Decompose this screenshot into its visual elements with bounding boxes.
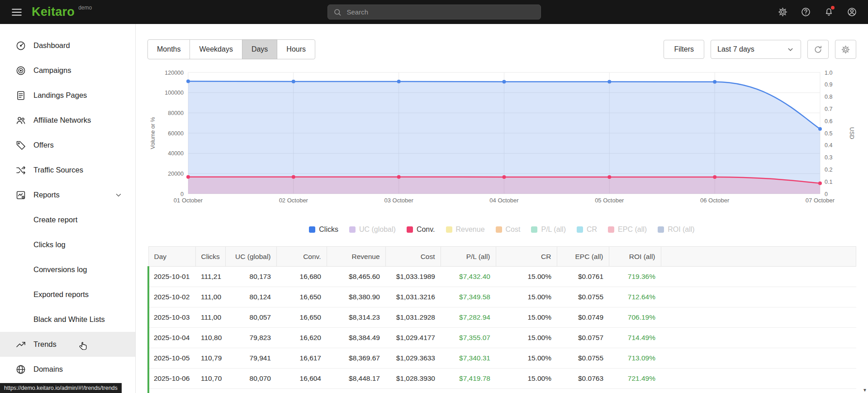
cell-conv: 16,604 (276, 369, 327, 389)
cell-revenue: $8,369.67 (327, 348, 385, 369)
cell-roi-all: 712.64% (609, 287, 661, 307)
column-header-conv[interactable]: Conv. (276, 247, 327, 267)
cell-p-l-all: $7,282.94 (441, 307, 496, 328)
hamburger-menu-icon[interactable] (11, 6, 23, 18)
cell-conv: 16,650 (276, 287, 327, 307)
column-header-cost[interactable]: Cost (385, 247, 441, 267)
legend-label: CR (587, 225, 597, 234)
table-row: 2025-10-01111,2180,17316,680$8,465.60$1,… (148, 267, 856, 287)
cell-roi-all: 721.49% (609, 369, 661, 389)
sidebar-item-dashboard[interactable]: Dashboard (0, 33, 135, 58)
cell-clicks: 110,80 (195, 328, 225, 348)
sidebar-item-domains[interactable]: Domains (0, 357, 135, 382)
sidebar-item-label: Clicks log (33, 240, 66, 249)
column-header-roi-all[interactable]: ROI (all) (609, 247, 661, 267)
sidebar-item-landings-pages[interactable]: Landings Pages (0, 83, 135, 108)
trends-chart[interactable]: 02000040000600008000010000012000001 Octo… (147, 66, 856, 205)
sidebar-item-label: Domains (33, 365, 63, 374)
cell-conv: 16,650 (276, 307, 327, 328)
legend-item-uc-global[interactable]: UC (global) (349, 225, 396, 234)
chevron-down-icon (787, 46, 794, 53)
sidebar-item-create-report[interactable]: Create report (0, 207, 135, 232)
column-header-day[interactable]: Day (148, 247, 195, 267)
column-header-uc-global[interactable]: UC (global) (225, 247, 276, 267)
keitaro-logo[interactable]: Keitaro (32, 6, 75, 18)
legend-swatch (349, 226, 356, 233)
sidebar-item-trends[interactable]: Trends (0, 332, 135, 357)
refresh-button[interactable] (807, 40, 829, 59)
column-header-epc-all[interactable]: EPC (all) (557, 247, 609, 267)
cell-uc-global: 79,823 (225, 328, 276, 348)
chart-settings-button[interactable] (835, 40, 856, 59)
column-header-cr[interactable]: CR (496, 247, 557, 267)
legend-swatch (577, 226, 583, 233)
legend-item-conv[interactable]: Conv. (407, 225, 435, 234)
sidebar-item-affiliate-networks[interactable]: Affiliate Networks (0, 108, 135, 133)
sidebar-item-traffic-sources[interactable]: Traffic Sources (0, 158, 135, 182)
notification-dot (831, 6, 835, 10)
legend-item-p-l-all[interactable]: P/L (all) (531, 225, 566, 234)
column-header-p-l-all[interactable]: P/L (all) (441, 247, 496, 267)
cell-cost: $1,033.1989 (385, 267, 441, 287)
filters-button[interactable]: Filters (664, 40, 704, 59)
legend-item-epc-all[interactable]: EPC (all) (608, 225, 647, 234)
column-header-clicks[interactable]: Clicks (195, 247, 225, 267)
legend-label: Cost (506, 225, 521, 234)
sidebar-item-label: Offers (33, 141, 54, 149)
legend-item-roi-all[interactable]: ROI (all) (658, 225, 695, 234)
svg-text:0.5: 0.5 (825, 130, 832, 137)
sidebar-item-label: Landings Pages (33, 91, 87, 100)
help-icon[interactable] (801, 7, 811, 17)
sidebar-item-clicks-log[interactable]: Clicks log (0, 232, 135, 257)
cell-filler (661, 267, 856, 287)
svg-text:05 October: 05 October (595, 197, 624, 203)
date-range-select[interactable]: Last 7 days (711, 40, 801, 59)
user-account-icon[interactable] (847, 7, 857, 17)
settings-gear-icon[interactable] (778, 7, 788, 17)
legend-item-cr[interactable]: CR (577, 225, 597, 234)
cell-conv: 9,612 (276, 389, 327, 393)
cell-epc-all: $0.0761 (557, 267, 609, 287)
tab-months[interactable]: Months (147, 39, 190, 59)
cell-uc-global: 80,070 (225, 369, 276, 389)
notifications-bell-icon[interactable] (824, 7, 834, 17)
chart-legend: ClicksUC (global)Conv.RevenueCostP/L (al… (147, 225, 856, 235)
sidebar-item-label: Exported reports (33, 290, 89, 299)
sidebar-item-black-and-white-lists[interactable]: Black and White Lists (0, 307, 135, 332)
sidebar-item-reports[interactable]: Reports (0, 182, 135, 207)
scrollbar-down-arrow[interactable]: ▼ (863, 388, 867, 393)
trends-chart-svg[interactable]: 02000040000600008000010000012000001 Octo… (147, 66, 856, 203)
tab-days[interactable]: Days (242, 39, 277, 59)
tab-weekdays[interactable]: Weekdays (190, 39, 242, 59)
global-search[interactable] (327, 5, 541, 19)
status-url-tooltip: https://demo.keitaro.io/admin/#!/trends/… (0, 383, 122, 393)
sidebar-item-conversions-log[interactable]: Conversions log (0, 257, 135, 282)
demo-badge: demo (78, 5, 92, 11)
tab-hours[interactable]: Hours (277, 39, 315, 59)
cell-cr: 15.00% (496, 369, 557, 389)
cell-cr: 15.00% (496, 267, 557, 287)
cell-cost: $1,029.3633 (385, 348, 441, 369)
sidebar-item-label: Affiliate Networks (33, 116, 91, 125)
legend-item-cost[interactable]: Cost (496, 225, 521, 234)
legend-item-revenue[interactable]: Revenue (446, 225, 485, 234)
sidebar-item-exported-reports[interactable]: Exported reports (0, 282, 135, 307)
sidebar-item-offers[interactable]: Offers (0, 133, 135, 158)
svg-text:20000: 20000 (168, 171, 184, 177)
search-input[interactable] (346, 8, 535, 16)
cell-cr: 14.97% (496, 389, 557, 393)
cell-epc-all: $0.0763 (557, 369, 609, 389)
svg-text:0.3: 0.3 (825, 154, 832, 161)
cell-p-l-all: $4,276.79 (441, 389, 496, 393)
cell-clicks: 111,21 (195, 267, 225, 287)
cell-p-l-all: $7,349.58 (441, 287, 496, 307)
sidebar-item-campaigns[interactable]: Campaigns (0, 58, 135, 83)
search-icon (333, 8, 342, 16)
legend-swatch (608, 226, 614, 233)
cell-revenue: $8,314.23 (327, 307, 385, 328)
cell-epc-all: $0.0755 (557, 287, 609, 307)
svg-text:0.6: 0.6 (825, 118, 832, 125)
legend-item-clicks[interactable]: Clicks (309, 225, 338, 234)
svg-text:07 October: 07 October (806, 197, 835, 203)
column-header-revenue[interactable]: Revenue (327, 247, 385, 267)
